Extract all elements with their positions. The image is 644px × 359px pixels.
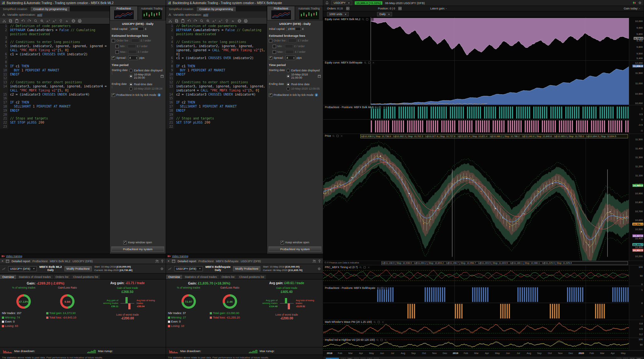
help-icon[interactable] [237, 19, 242, 23]
tab-closed-positions-list[interactable]: Closed positions list [71, 275, 101, 279]
close-icon[interactable] [370, 18, 373, 21]
eq2-plot[interactable] [323, 61, 630, 105]
close-icon[interactable] [381, 321, 384, 323]
print-icon[interactable] [78, 19, 82, 23]
info-icon[interactable]: i [315, 93, 318, 97]
keep-window-open-checkbox[interactable] [280, 241, 284, 244]
order-fee-input[interactable] [131, 39, 139, 42]
magnifier-icon[interactable] [362, 18, 364, 21]
tab-statistics-closed-trades[interactable]: Statistics of closed trades [183, 275, 219, 279]
tab-orders-list[interactable]: Orders list [219, 275, 237, 279]
paste-icon[interactable] [181, 19, 185, 23]
tab-closed-positions-list[interactable]: Closed positions list [237, 275, 267, 279]
info-icon[interactable]: i [158, 93, 161, 97]
function-icon[interactable]: fx [231, 19, 235, 23]
video-training-link[interactable]: Video training [6, 255, 22, 258]
end-date-radio[interactable] [286, 87, 290, 91]
tab-creation-by-programming[interactable]: Creation by programming [197, 7, 236, 11]
order-fee-checkbox[interactable] [112, 39, 115, 42]
print-icon[interactable] [244, 19, 248, 23]
video-training-link[interactable]: Video training [172, 255, 188, 258]
window-titlebar[interactable]: Backtesting & Automatic Trading - Tradin… [0, 0, 166, 6]
font-increase-icon[interactable]: A [46, 19, 50, 23]
start-date-radio[interactable] [286, 75, 290, 78]
font-increase-icon[interactable]: A [212, 19, 216, 23]
copy-icon[interactable] [175, 19, 179, 23]
timeframe-selector[interactable]: Daily ▼ [377, 12, 392, 16]
stepper-arrows-icon[interactable]: ▲▼ [136, 57, 138, 59]
users-icon[interactable] [155, 259, 159, 263]
magnifier-icon[interactable] [373, 321, 376, 323]
windows-icon[interactable] [636, 358, 641, 359]
start-date-radio[interactable] [129, 75, 133, 78]
frame-icon[interactable] [380, 339, 383, 341]
tab-orders-list[interactable]: Orders list [53, 275, 71, 279]
max-fee-input[interactable] [128, 50, 136, 54]
search-icon[interactable] [200, 19, 204, 23]
zoom-in-icon[interactable] [623, 358, 628, 359]
tick-mode-checkbox[interactable] [112, 93, 115, 97]
users-icon[interactable] [312, 259, 316, 263]
alert-bell-icon[interactable] [325, 1, 329, 5]
grid-icon[interactable] [347, 358, 352, 359]
calendar-icon[interactable] [318, 75, 321, 78]
tab-automatic-trading[interactable]: Automatic Trading [295, 6, 323, 20]
tab-simplified-creation[interactable]: Simplified creation [0, 7, 31, 11]
varopt-add-link[interactable]: add [203, 13, 208, 16]
max-fee-input[interactable] [286, 50, 294, 54]
function-icon[interactable]: fx [65, 19, 69, 23]
end-realtime-radio[interactable] [129, 83, 133, 86]
close-icon[interactable]: × [168, 259, 169, 263]
magnifier-icon[interactable] [375, 106, 377, 109]
pin-icon[interactable] [160, 259, 164, 263]
spread-input[interactable] [286, 56, 293, 59]
orders-grid-icon[interactable] [346, 7, 350, 10]
share-button[interactable]: Share [326, 358, 339, 359]
max-fee-checkbox[interactable] [273, 50, 276, 54]
run-probacktest-button[interactable]: ProBacktest my system [111, 246, 164, 252]
hint-icon[interactable] [59, 19, 63, 23]
zoom-in-icon[interactable] [206, 19, 210, 23]
instrument-dropdown[interactable]: USD/JPY (DFB) ▼ [8, 266, 37, 271]
start-earliest-radio[interactable] [129, 69, 133, 72]
window-titlebar[interactable]: Backtesting & Automatic Trading - Tradin… [166, 0, 323, 6]
zoom-in-icon[interactable] [40, 19, 44, 23]
magnifier-icon[interactable] [359, 266, 362, 269]
close-icon[interactable] [367, 266, 370, 269]
undo-icon[interactable] [187, 19, 191, 23]
close-icon[interactable] [340, 135, 343, 137]
keep-window-open-checkbox[interactable] [123, 241, 127, 244]
spread-checkbox[interactable] [269, 56, 272, 60]
order-fee-input[interactable] [288, 39, 297, 42]
symbol-selector[interactable]: USD/JPY ▼ [331, 1, 352, 5]
paste-icon[interactable] [15, 19, 19, 23]
candlestick2-icon[interactable] [354, 358, 359, 359]
magnifier-icon[interactable] [377, 287, 380, 290]
initial-capital-input[interactable] [129, 27, 144, 31]
min-fee-checkbox[interactable] [273, 45, 276, 48]
min-fee-input[interactable] [285, 44, 293, 48]
cut-icon[interactable] [2, 19, 6, 23]
layers-icon[interactable] [367, 358, 372, 359]
close-icon[interactable] [385, 287, 388, 290]
magnifier-icon[interactable] [364, 61, 367, 64]
redo-icon[interactable] [193, 19, 197, 23]
frame-icon[interactable] [368, 61, 371, 64]
pos2-plot[interactable] [323, 286, 630, 320]
frame-icon[interactable] [363, 266, 366, 269]
end-date-radio[interactable] [129, 87, 133, 91]
eq1-plot[interactable] [323, 17, 630, 60]
order-fee-checkbox[interactable] [269, 39, 272, 42]
modify-probacktest-button[interactable]: Modify ProBacktest [233, 266, 260, 271]
varopt-add-link[interactable]: add [37, 13, 42, 16]
copy-icon[interactable] [8, 19, 13, 23]
chart-window-titlebar[interactable]: USD/JPY ▼ 10,985.0 (+0.33%) 08-May-2020 … [323, 0, 644, 6]
text-tool-icon[interactable]: T [374, 358, 379, 359]
cut-icon[interactable] [168, 19, 172, 23]
camera-icon[interactable] [341, 358, 346, 359]
initial-capital-input[interactable] [286, 27, 301, 31]
fit-screen-icon[interactable] [630, 358, 635, 359]
max-fee-checkbox[interactable] [115, 50, 119, 54]
price-plot[interactable] [323, 134, 630, 261]
calendar-icon[interactable] [160, 75, 164, 78]
